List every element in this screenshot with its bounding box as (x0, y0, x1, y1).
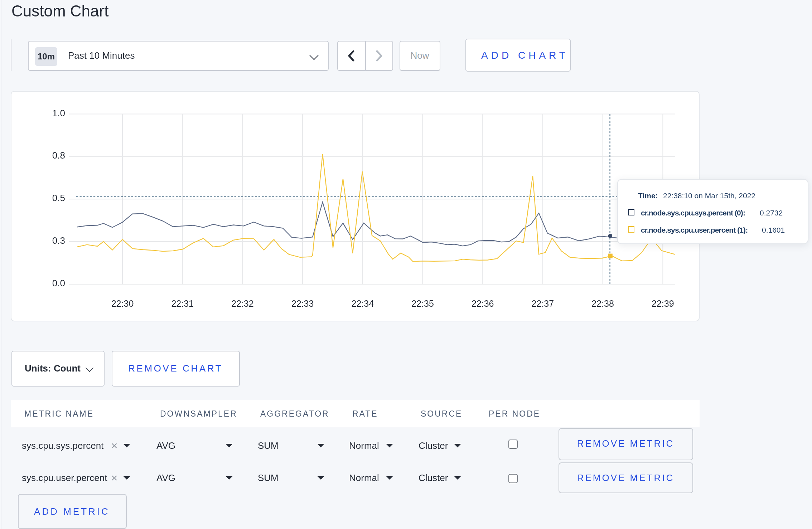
svg-text:22:35: 22:35 (411, 298, 434, 308)
svg-text:22:30: 22:30 (111, 298, 134, 308)
svg-text:22:31: 22:31 (171, 298, 194, 308)
svg-text:0.5: 0.5 (52, 192, 65, 203)
svg-text:22:32: 22:32 (231, 298, 254, 308)
svg-text:1.0: 1.0 (52, 107, 65, 118)
svg-text:0.8: 0.8 (52, 150, 65, 160)
svg-text:22:37: 22:37 (532, 298, 554, 308)
svg-text:22:39: 22:39 (652, 298, 674, 308)
svg-text:22:34: 22:34 (352, 298, 374, 308)
svg-text:22:38: 22:38 (591, 298, 614, 308)
svg-text:22:33: 22:33 (291, 298, 314, 308)
svg-text:0.0: 0.0 (52, 277, 65, 288)
svg-text:0.3: 0.3 (52, 235, 65, 246)
svg-text:22:36: 22:36 (472, 298, 494, 308)
